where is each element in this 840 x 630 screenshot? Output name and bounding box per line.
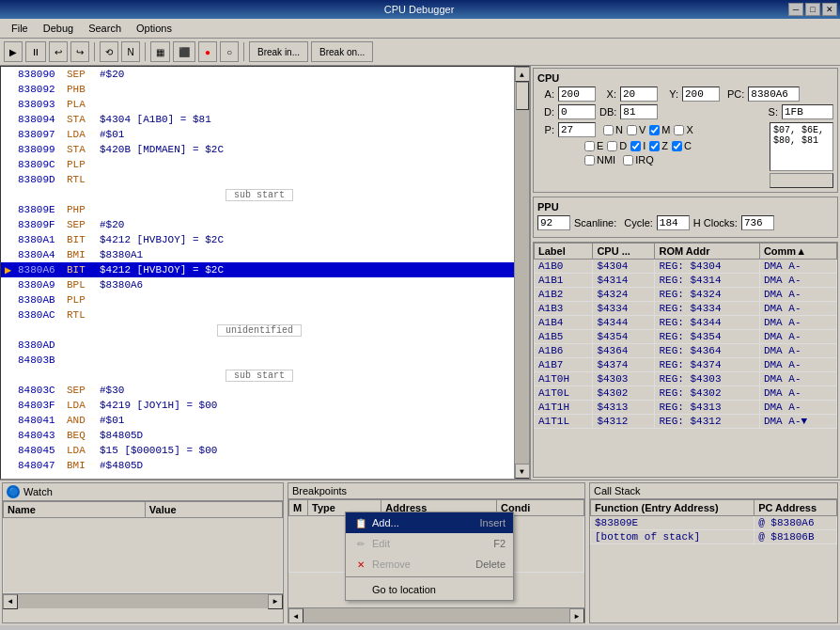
disasm-panel[interactable]: 838090SEP#$20838092PHB838093PLA838094STA… (0, 66, 530, 480)
x-register[interactable] (620, 87, 658, 102)
disasm-operand: $8380A1 (100, 249, 143, 260)
flag-i-cb[interactable] (630, 141, 641, 151)
label-cell-label: A1B5 (535, 330, 593, 344)
flag-m[interactable]: M (649, 124, 670, 135)
label-cell-cpu: $4374 (593, 358, 655, 372)
flag-v-cb[interactable] (627, 125, 637, 135)
pc-register[interactable] (748, 87, 800, 102)
ctx-edit-item: ✏ Edit F2 (346, 533, 513, 554)
toolbar-sep-3 (243, 42, 244, 61)
a-register[interactable] (558, 87, 596, 102)
hscroll-right-btn[interactable]: ► (268, 594, 283, 609)
label-cell-comment: DMA A- (759, 372, 836, 386)
scroll-down-button[interactable]: ▼ (515, 464, 530, 479)
flag-z[interactable]: Z (649, 140, 668, 151)
break-in-button[interactable]: Break in... (249, 41, 308, 62)
ctx-remove-shortcut: Delete (475, 559, 506, 570)
flag-c[interactable]: C (672, 140, 692, 151)
flag-v[interactable]: V (627, 124, 646, 135)
flag-e-cb[interactable] (584, 141, 595, 151)
flag-d-cb[interactable] (607, 141, 617, 151)
label-cell-comment: DMA A- (759, 401, 836, 415)
nmi-cb[interactable] (584, 155, 595, 165)
record-button[interactable]: ● (198, 41, 217, 62)
disasm-line: 838092PHB (1, 82, 514, 97)
flag-e[interactable]: E (584, 140, 603, 151)
label-cell-label: A1B3 (535, 302, 593, 316)
break-on-button[interactable]: Break on... (311, 41, 373, 62)
irq-flag[interactable]: IRQ (623, 154, 654, 165)
p-register[interactable] (558, 122, 596, 137)
disasm-scrollbar-v[interactable]: ▲ ▼ (514, 67, 529, 479)
flag-n-cb[interactable] (603, 125, 614, 135)
menu-search[interactable]: Search (81, 21, 129, 36)
disasm-line: 84803B (1, 353, 514, 368)
disasm-line: 8380A4BMI$8380A1 (1, 247, 514, 262)
label-row: A1B5$4354REG: $4354DMA A- (535, 330, 837, 344)
disasm-addr: 848047 (18, 460, 67, 471)
d-register[interactable] (558, 104, 596, 119)
hscroll-left-btn[interactable]: ◄ (3, 594, 18, 609)
hscroll-track[interactable] (18, 594, 268, 608)
step-button[interactable]: ↩ (49, 41, 68, 62)
bp-hscroll-left[interactable]: ◄ (288, 608, 303, 623)
ctx-remove-item: ✕ Remove Delete (346, 554, 513, 575)
flags-scroll-down[interactable] (770, 173, 833, 188)
run-button[interactable]: ▶ (4, 41, 23, 62)
maximize-button[interactable]: □ (805, 3, 820, 16)
current-line-arrow: ▶ (5, 263, 18, 277)
flag-i[interactable]: I (630, 140, 646, 151)
reset-button[interactable]: ⟲ (100, 41, 118, 62)
disasm-operand: $420B [MDMAEN] = $2C (100, 144, 224, 155)
menu-file[interactable]: File (4, 21, 36, 36)
cpu-section: CPU A: X: Y: PC: D: DB: S: (533, 68, 838, 193)
bp-hscroll-right[interactable]: ► (569, 608, 584, 623)
menu-debug[interactable]: Debug (36, 21, 81, 36)
flag-z-cb[interactable] (649, 141, 660, 151)
ppu-section: PPU Scanline: Cycle: H Clocks: (533, 197, 838, 238)
ctx-add-item[interactable]: 📋 Add... Insert (346, 512, 513, 533)
flag-d[interactable]: D (607, 140, 627, 151)
watch-empty-row (4, 518, 283, 593)
ctx-edit-shortcut: F2 (493, 538, 506, 549)
nmi-flag[interactable]: NMI (584, 154, 615, 165)
disasm-instr: BMI (67, 460, 100, 471)
flag-m-cb[interactable] (649, 125, 660, 135)
flag-n[interactable]: N (603, 124, 623, 135)
label-cell-rom: REG: $4364 (655, 344, 759, 358)
scroll-up-button[interactable]: ▲ (515, 67, 530, 82)
db-register[interactable] (620, 104, 658, 119)
labels-scroll[interactable]: Label CPU ... ROM Addr Comm▲ A1B0$4304RE… (534, 243, 837, 431)
pause-button[interactable]: ⏸ (25, 41, 46, 62)
view-button[interactable]: ▦ (150, 41, 170, 62)
disasm-addr: 84803B (18, 354, 67, 366)
nmi-button[interactable]: N (121, 41, 140, 62)
ctx-goto-item[interactable]: Go to location (346, 579, 513, 600)
ppu-hclocks[interactable] (741, 215, 774, 230)
flag-x[interactable]: X (674, 124, 692, 135)
ppu-v-register[interactable] (537, 215, 570, 230)
disasm-line: 838093PLA (1, 97, 514, 112)
bp-hscroll-track[interactable] (303, 608, 569, 622)
flag-x-cb[interactable] (674, 125, 684, 135)
watch-hscrollbar[interactable]: ◄ ► (3, 593, 283, 608)
irq-cb[interactable] (623, 155, 633, 165)
bp-hscrollbar[interactable]: ◄ ► (288, 607, 584, 622)
label-row: A1B6$4364REG: $4364DMA A- (535, 344, 837, 358)
s-register[interactable] (782, 104, 833, 119)
step-over-button[interactable]: ↪ (70, 41, 89, 62)
scroll-track[interactable] (515, 82, 529, 464)
menu-options[interactable]: Options (129, 21, 179, 36)
label-cell-comment: DMA A- (759, 316, 836, 330)
hex-button[interactable]: ⬛ (173, 41, 195, 62)
minimize-button[interactable]: ─ (788, 3, 803, 16)
circle-button[interactable]: ○ (220, 41, 239, 62)
ppu-cycle[interactable] (657, 215, 690, 230)
y-register[interactable] (682, 87, 720, 102)
disasm-instr: PLP (67, 159, 100, 170)
disasm-line: 838090SEP#$20 (1, 67, 514, 82)
scroll-thumb[interactable] (516, 82, 529, 110)
flag-c-cb[interactable] (672, 141, 682, 151)
close-button[interactable]: ✕ (822, 3, 837, 16)
disasm-addr: 838093 (18, 99, 67, 110)
